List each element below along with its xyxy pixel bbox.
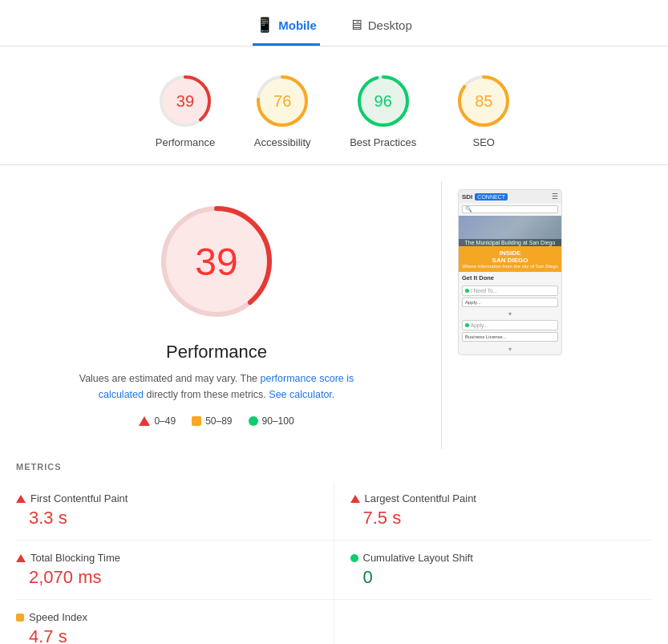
seo-circle: 85 <box>455 72 512 130</box>
tbt-value: 2,070 ms <box>16 567 318 588</box>
ss-apply-select: Apply... <box>462 298 558 307</box>
score-legend: 0–49 50–89 90–100 <box>139 415 294 427</box>
ss-expand-icon: ▾ <box>508 310 512 318</box>
legend-orange-range: 50–89 <box>205 415 232 427</box>
ss-connect-btn: CONNECT <box>475 193 508 200</box>
ss-header: SDI CONNECT ☰ <box>459 190 561 203</box>
metrics-grid: First Contentful Paint 3.3 s Largest Con… <box>16 481 652 644</box>
lcp-icon <box>350 495 360 503</box>
metric-lcp-header: Largest Contentful Paint <box>350 492 637 504</box>
tabs-bar: 📱 Mobile 🖥 Desktop <box>0 0 668 47</box>
scores-row: 39 Performance 76 Accessibility 96 Best … <box>0 47 668 164</box>
fcp-value: 3.3 s <box>16 508 318 529</box>
seo-label: SEO <box>473 136 495 148</box>
legend-red-icon <box>139 416 150 426</box>
ss-san-diego-title: SAN DIEGO <box>492 257 528 264</box>
ss-i-need-to-label: I Need To... <box>471 288 497 294</box>
best-practices-label: Best Practices <box>350 136 416 148</box>
cls-icon <box>350 554 358 562</box>
ss-logo: SDI <box>462 193 472 200</box>
mobile-icon: 📱 <box>256 16 273 34</box>
si-icon <box>16 614 24 622</box>
score-performance[interactable]: 39 Performance <box>156 72 215 148</box>
performance-title: Performance <box>166 342 267 363</box>
performance-circle: 39 <box>156 72 214 130</box>
lcp-name: Largest Contentful Paint <box>365 492 476 504</box>
legend-orange: 50–89 <box>192 415 232 427</box>
legend-green-icon <box>249 416 258 426</box>
accessibility-circle: 76 <box>253 72 311 130</box>
seo-score: 85 <box>475 92 492 111</box>
legend-red-range: 0–49 <box>154 415 176 427</box>
tab-desktop[interactable]: 🖥 Desktop <box>346 10 415 46</box>
tab-mobile[interactable]: 📱 Mobile <box>253 10 320 46</box>
big-performance-score: 39 <box>195 240 237 284</box>
score-best-practices[interactable]: 96 Best Practices <box>350 72 416 148</box>
metric-tbt-header: Total Blocking Time <box>16 552 318 564</box>
ss-inside-title: INSIDE <box>500 249 521 257</box>
fcp-name: First Contentful Paint <box>30 492 128 504</box>
accessibility-score: 76 <box>273 92 291 111</box>
legend-orange-icon <box>192 416 201 426</box>
desktop-icon: 🖥 <box>349 17 363 34</box>
legend-red: 0–49 <box>139 415 176 427</box>
ss-searchbar: 🔍 <box>462 205 558 213</box>
tbt-name: Total Blocking Time <box>30 552 120 564</box>
metric-fcp: First Contentful Paint 3.3 s <box>16 481 334 541</box>
ss-inside-sub: Where information from the city of San D… <box>462 264 558 269</box>
metric-lcp: Largest Contentful Paint 7.5 s <box>334 481 653 541</box>
fcp-icon <box>16 495 26 503</box>
legend-green: 90–100 <box>249 415 294 427</box>
ss-get-it-done-label: Get It Done <box>459 272 561 284</box>
performance-label: Performance <box>156 136 215 148</box>
metric-si: Speed Index 4.7 s <box>16 600 334 644</box>
page-screenshot: SDI CONNECT ☰ 🔍 The Municipal Building a… <box>458 189 562 355</box>
perf-desc-text1: Values are estimated and may vary. The <box>79 373 257 384</box>
cls-value: 0 <box>350 567 637 588</box>
perf-desc-text2: directly from these metrics. <box>146 389 265 400</box>
ss-field-apply2: Apply... <box>462 320 558 330</box>
metrics-section: METRICS First Contentful Paint 3.3 s Lar… <box>0 449 668 644</box>
score-accessibility[interactable]: 76 Accessibility <box>253 72 311 148</box>
metric-tbt: Total Blocking Time 2,070 ms <box>16 541 334 600</box>
ss-expand-row: ▾ <box>459 308 561 318</box>
ss-hero-image: The Municipal Building at San Diego <box>459 216 561 246</box>
metric-fcp-header: First Contentful Paint <box>16 492 318 504</box>
tbt-icon <box>16 554 26 562</box>
ss-field-dot <box>465 289 469 293</box>
ss-field-dot2 <box>465 323 469 327</box>
metric-si-header: Speed Index <box>16 611 318 623</box>
legend-green-range: 90–100 <box>262 415 294 427</box>
ss-expand-row2: ▾ <box>459 342 561 354</box>
performance-score: 39 <box>176 92 194 111</box>
right-panel: SDI CONNECT ☰ 🔍 The Municipal Building a… <box>450 181 570 449</box>
performance-description: Values are estimated and may vary. The p… <box>64 371 369 403</box>
si-name: Speed Index <box>29 611 87 623</box>
best-practices-circle: 96 <box>354 72 412 130</box>
ss-image-caption: The Municipal Building at San Diego <box>459 239 561 246</box>
score-seo[interactable]: 85 SEO <box>455 72 512 148</box>
accessibility-label: Accessibility <box>254 136 311 148</box>
lcp-value: 7.5 s <box>350 508 637 529</box>
ss-menu-icon: ☰ <box>552 192 558 200</box>
si-value: 4.7 s <box>16 626 318 644</box>
cls-name: Cumulative Layout Shift <box>363 552 473 564</box>
ss-apply2-label: Apply... <box>471 322 488 328</box>
metric-cls: Cumulative Layout Shift 0 <box>334 541 653 600</box>
metrics-heading: METRICS <box>16 462 652 472</box>
perf-see-calc-link[interactable]: See calculator <box>269 389 332 400</box>
metric-cls-header: Cumulative Layout Shift <box>350 552 637 564</box>
tab-desktop-label: Desktop <box>368 18 412 32</box>
ss-search-icon: 🔍 <box>465 206 472 213</box>
ss-field-need-to: I Need To... <box>462 286 558 296</box>
ss-business-license-select: Business License... <box>462 332 558 342</box>
main-content: 39 Performance Values are estimated and … <box>0 165 668 449</box>
vertical-divider <box>441 181 442 449</box>
best-practices-score: 96 <box>374 92 392 111</box>
left-panel: 39 Performance Values are estimated and … <box>0 181 433 449</box>
ss-inside-block: INSIDE SAN DIEGO Where information from … <box>459 246 561 272</box>
big-performance-circle: 39 <box>152 197 281 326</box>
tab-mobile-label: Mobile <box>278 18 317 32</box>
ss-expand-icon2: ▾ <box>508 346 512 353</box>
